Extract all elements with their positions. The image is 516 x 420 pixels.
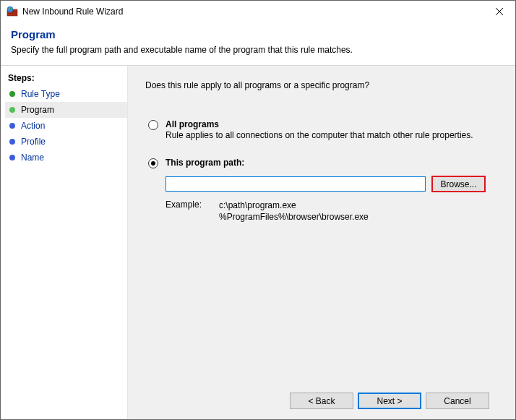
- program-path-row: Browse...: [165, 176, 498, 192]
- wizard-header: Program Specify the full program path an…: [1, 22, 515, 66]
- step-program[interactable]: Program: [5, 102, 127, 118]
- step-label: Profile: [21, 137, 46, 147]
- option-this-program[interactable]: This program path:: [145, 158, 498, 168]
- page-title: Program: [11, 28, 505, 40]
- titlebar: New Inbound Rule Wizard: [1, 1, 515, 22]
- wizard-footer: < Back Next > Cancel: [145, 384, 498, 419]
- step-bullet-icon: [9, 107, 15, 113]
- example-row: Example: c:\path\program.exe %ProgramFil…: [165, 200, 498, 223]
- cancel-button[interactable]: Cancel: [426, 393, 489, 409]
- wizard-window: New Inbound Rule Wizard Program Specify …: [0, 0, 516, 420]
- example-path-2: %ProgramFiles%\browser\browser.exe: [219, 211, 369, 223]
- step-action[interactable]: Action: [5, 118, 127, 134]
- step-label: Name: [21, 153, 44, 163]
- page-subtitle: Specify the full program path and execut…: [11, 45, 505, 55]
- example-label: Example:: [165, 200, 219, 223]
- step-bullet-icon: [9, 91, 15, 97]
- back-button[interactable]: < Back: [290, 393, 353, 409]
- question-text: Does this rule apply to all programs or …: [145, 80, 498, 90]
- step-bullet-icon: [9, 155, 15, 160]
- radio-all-programs[interactable]: [148, 120, 158, 130]
- step-name[interactable]: Name: [5, 150, 127, 166]
- option-all-programs[interactable]: All programs Rule applies to all connect…: [145, 119, 498, 140]
- steps-sidebar: Steps: Rule Type Program Action Profile …: [1, 66, 127, 419]
- all-programs-label: All programs: [165, 119, 498, 129]
- this-program-label: This program path:: [165, 158, 498, 168]
- step-label: Program: [21, 105, 54, 115]
- window-title: New Inbound Rule Wizard: [22, 7, 483, 17]
- firewall-icon: [7, 6, 18, 17]
- step-bullet-icon: [9, 123, 15, 129]
- step-bullet-icon: [9, 139, 15, 145]
- all-programs-desc: Rule applies to all connections on the c…: [165, 130, 498, 140]
- next-button[interactable]: Next >: [358, 393, 421, 409]
- example-path-1: c:\path\program.exe: [219, 200, 369, 211]
- close-icon: [496, 8, 503, 15]
- step-label: Rule Type: [21, 89, 60, 99]
- content-pane: Does this rule apply to all programs or …: [127, 66, 515, 419]
- radio-this-program[interactable]: [148, 158, 158, 168]
- step-rule-type[interactable]: Rule Type: [5, 86, 127, 102]
- close-button[interactable]: [483, 1, 515, 22]
- step-label: Action: [21, 121, 45, 131]
- step-profile[interactable]: Profile: [5, 134, 127, 150]
- program-path-input[interactable]: [165, 176, 426, 192]
- browse-button[interactable]: Browse...: [431, 176, 486, 192]
- wizard-body: Steps: Rule Type Program Action Profile …: [1, 66, 515, 419]
- steps-heading: Steps:: [5, 73, 127, 86]
